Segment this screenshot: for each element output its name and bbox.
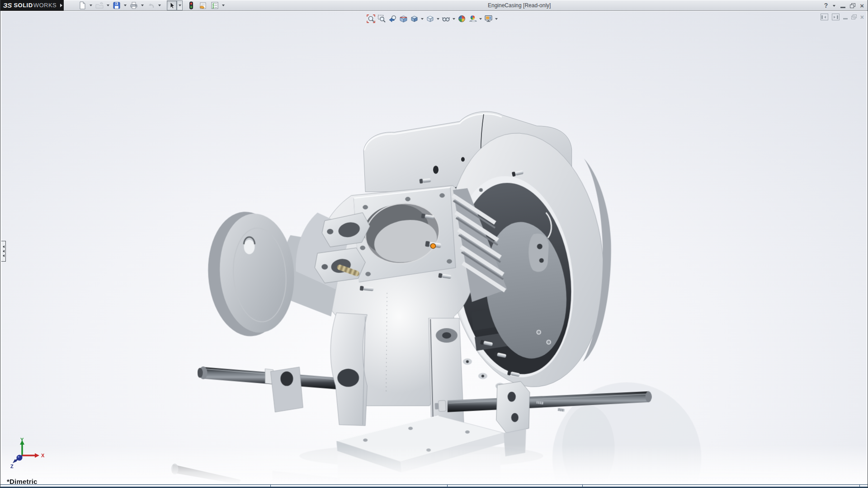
selection-point-marker[interactable]: [430, 244, 435, 249]
triad-x-label: X: [41, 453, 45, 458]
lower-manifold-bracket: [315, 248, 365, 283]
section-view-icon: [399, 14, 408, 23]
zoom-to-fit-button[interactable]: [365, 14, 376, 23]
restore-button[interactable]: [850, 3, 855, 8]
open-dropdown[interactable]: [104, 0, 112, 10]
document-title: EngineCasing [Read-only]: [488, 2, 551, 9]
view-safety-button[interactable]: [186, 0, 196, 10]
help-button[interactable]: ?: [824, 2, 828, 9]
triad-y-label: Y: [20, 437, 24, 442]
design-binder-icon: [199, 1, 207, 9]
left-axle: [198, 366, 340, 389]
zoom-to-area-button[interactable]: [376, 14, 387, 23]
options-button[interactable]: [210, 0, 220, 10]
print-button[interactable]: [129, 0, 139, 10]
show-left-pane-button[interactable]: [821, 14, 828, 20]
save-dropdown[interactable]: [122, 0, 129, 10]
doc-restore-button[interactable]: [851, 14, 857, 19]
graphics-area[interactable]: × Y X Z *Dimetric: [1, 11, 867, 484]
engine-casing-model: [1, 11, 867, 484]
headsup-view-toolbar: [365, 14, 499, 23]
view-settings-dropdown[interactable]: [494, 14, 499, 23]
new-document-button[interactable]: [77, 0, 87, 10]
open-icon: [95, 1, 104, 9]
hide-show-items-dropdown[interactable]: [451, 14, 456, 23]
solidworks-logo: ЗSSOLIDWORKS: [0, 0, 59, 11]
doc-minimize-button[interactable]: [843, 18, 848, 19]
solidworks-window: ЗSSOLIDWORKS: [0, 0, 868, 488]
zoom-to-area-icon: [377, 14, 386, 23]
select-cursor-icon: [168, 1, 176, 9]
view-settings-button[interactable]: [483, 14, 494, 23]
design-binder-button[interactable]: [198, 0, 208, 10]
featuremanager-collapsed-tab[interactable]: [1, 241, 6, 262]
view-settings-icon: [484, 14, 493, 23]
view-orientation-icon: [410, 14, 419, 23]
new-document-dropdown[interactable]: [87, 0, 94, 10]
display-style-dropdown[interactable]: [435, 14, 440, 23]
traffic-light-icon: [187, 1, 195, 9]
print-dropdown[interactable]: [139, 0, 146, 10]
window-controls: ? ×: [824, 0, 864, 11]
hide-show-items-button[interactable]: [440, 14, 451, 23]
display-style-icon: [426, 14, 434, 23]
titlebar: ЗSSOLIDWORKS: [0, 0, 868, 11]
show-right-pane-button[interactable]: [832, 14, 840, 20]
undo-button[interactable]: [146, 0, 156, 10]
select-tool-button[interactable]: [167, 0, 177, 10]
close-button[interactable]: ×: [860, 2, 864, 9]
document-window-controls: ×: [821, 14, 864, 20]
axle-flange: [496, 381, 530, 433]
options-dropdown[interactable]: [220, 0, 227, 10]
help-dropdown[interactable]: [832, 0, 836, 10]
previous-view-icon: [388, 14, 397, 23]
apply-scene-button[interactable]: [467, 14, 478, 23]
flywheel-disc: [204, 209, 298, 339]
previous-view-button[interactable]: [387, 14, 398, 23]
minimize-button[interactable]: [840, 7, 845, 8]
appearance-ball-icon: [458, 14, 466, 23]
print-icon: [130, 1, 138, 9]
reference-triad: Y X Z: [4, 437, 49, 473]
select-tool-dropdown[interactable]: [177, 0, 183, 10]
ds-logo-glyph: ЗS: [3, 1, 12, 9]
edit-appearance-button[interactable]: [456, 14, 467, 23]
undo-dropdown[interactable]: [156, 0, 163, 10]
save-icon: [113, 1, 121, 9]
save-button[interactable]: [112, 0, 122, 10]
undo-icon: [147, 1, 155, 9]
doc-close-button[interactable]: ×: [860, 14, 864, 20]
status-bar: [0, 484, 868, 488]
glasses-icon: [442, 14, 450, 23]
standard-toolbar: [77, 0, 227, 11]
triad-z-label: Z: [10, 464, 14, 469]
new-document-icon: [78, 1, 86, 9]
view-orientation-dropdown[interactable]: [420, 14, 425, 23]
zoom-to-fit-icon: [367, 14, 375, 23]
apply-scene-dropdown[interactable]: [478, 14, 483, 23]
apply-scene-icon: [468, 14, 477, 23]
section-view-button[interactable]: [398, 14, 409, 23]
options-checklist-icon: [211, 1, 219, 9]
view-orientation-button[interactable]: [409, 14, 420, 23]
toolbar-flyout-arrow[interactable]: [59, 0, 64, 11]
open-button[interactable]: [94, 0, 104, 10]
display-style-button[interactable]: [425, 14, 435, 23]
